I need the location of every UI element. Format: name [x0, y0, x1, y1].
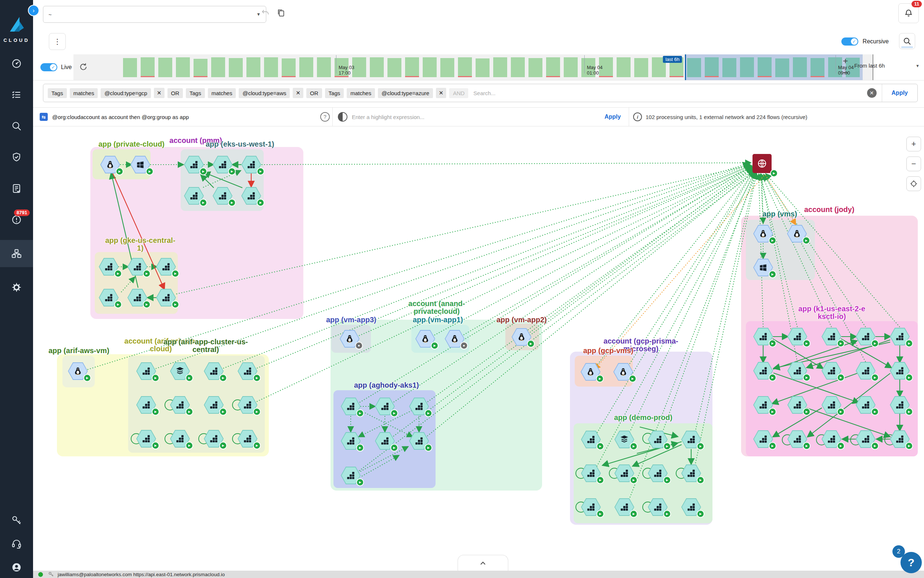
running-badge: ▶	[424, 444, 432, 451]
more-options-button[interactable]: ⋮	[49, 33, 66, 50]
group-label: app (aghody-aks1)	[354, 382, 435, 389]
canvas-search-button[interactable]	[899, 33, 915, 49]
running-badge: ▶	[219, 442, 227, 450]
query-apply-button[interactable]: Apply	[605, 114, 621, 120]
histogram-bar[interactable]	[476, 58, 490, 77]
context-selector[interactable]: ~ ▼	[43, 6, 266, 23]
canvas-toolbar: ⋮ ✓ Recursive	[33, 29, 924, 55]
sidebar-item-gear[interactable]	[0, 276, 33, 299]
histogram-bar[interactable]	[299, 57, 313, 77]
histogram-bar[interactable]	[211, 57, 225, 77]
histogram-bar[interactable]	[546, 57, 560, 77]
sidebar-item-shield-check[interactable]	[0, 146, 33, 168]
histogram-bar[interactable]	[229, 58, 243, 77]
recursive-toggle[interactable]: ✓	[841, 37, 858, 45]
highlight-toggle-icon[interactable]	[338, 112, 348, 122]
help-button[interactable]: ?	[900, 552, 922, 573]
group-label: app (vm-app2)	[497, 316, 548, 324]
sidebar: CLOUD 8791	[0, 0, 33, 578]
histogram-bar[interactable]	[811, 58, 824, 77]
histogram-bar[interactable]	[123, 58, 137, 77]
bottom-panel-expand-button[interactable]	[458, 555, 508, 571]
histogram-bar[interactable]	[529, 58, 542, 77]
filter-apply-button[interactable]: Apply	[882, 84, 918, 102]
histogram-bar[interactable]	[634, 58, 648, 77]
bell-icon	[904, 8, 913, 18]
histogram-bar[interactable]	[440, 58, 454, 77]
histogram-bar[interactable]	[194, 59, 207, 77]
sidebar-bottom-nav	[0, 512, 33, 576]
copy-icon[interactable]	[276, 8, 286, 19]
running-badge: ▶	[630, 476, 638, 484]
histogram-bar[interactable]	[264, 57, 278, 77]
group-label: app (demo-prod)	[614, 414, 676, 422]
live-toggle[interactable]: ✓	[40, 63, 57, 71]
running-badge: ▶	[629, 375, 636, 383]
histogram-bar[interactable]	[687, 58, 701, 77]
remove-filter-button[interactable]: ✕	[154, 88, 165, 98]
clear-filters-button[interactable]: ✕	[867, 88, 877, 98]
histogram-bar[interactable]	[370, 57, 384, 77]
sidebar-item-user[interactable]	[0, 559, 33, 576]
group-label: app (arif-app-cluster-us-central)	[158, 338, 253, 354]
sidebar-item-headset[interactable]	[0, 535, 33, 552]
query-expression[interactable]: @org:cloudaccount as account then @org:g…	[52, 114, 189, 120]
running-badge: ▶	[769, 374, 776, 382]
timeline-histogram[interactable]: last 6hMay 0317:00May 0401:00May 0409:00	[73, 54, 872, 80]
histogram-bar[interactable]	[775, 58, 789, 77]
time-range-selector[interactable]: From last 6h ▼	[854, 62, 919, 69]
sidebar-expand-button[interactable]: ›	[28, 5, 39, 16]
highlight-expression-input[interactable]: Enter a highlight expression...	[352, 114, 424, 120]
histogram-bar[interactable]	[158, 58, 172, 77]
sidebar-item-search[interactable]	[0, 115, 33, 137]
sidebar-item-checklist[interactable]	[0, 84, 33, 106]
connection-status-dot	[38, 572, 43, 577]
histogram-bar[interactable]	[617, 57, 631, 77]
running-badge: ▶	[219, 374, 227, 382]
timeline-tick-label: May 0401:00	[587, 65, 603, 76]
sidebar-item-network[interactable]	[0, 240, 33, 267]
histogram-bar[interactable]	[458, 57, 472, 77]
histogram-bar[interactable]	[387, 58, 401, 77]
histogram-bar[interactable]	[141, 57, 155, 77]
external-network-node[interactable]	[752, 154, 772, 173]
undo-icon[interactable]	[261, 8, 270, 19]
filter-chip: OR	[306, 88, 322, 98]
histogram-bar[interactable]	[757, 57, 772, 77]
canvas-zoom-out-button[interactable]: −	[906, 156, 921, 171]
prisma-cloud-app: CLOUD 8791 › ~ ▼ 11 ⋮ ✓ Recursive	[0, 0, 924, 578]
remove-filter-button[interactable]: ✕	[293, 88, 303, 98]
histogram-bar[interactable]	[511, 57, 525, 77]
sidebar-item-dashboard[interactable]	[0, 52, 33, 75]
histogram-bar[interactable]	[282, 58, 296, 77]
graph-stats-text: 102 processing units, 1 external network…	[646, 114, 807, 120]
histogram-bar[interactable]	[176, 57, 190, 77]
histogram-bar[interactable]	[722, 58, 736, 77]
search-icon	[903, 37, 911, 45]
topology-canvas[interactable]: + − account (pmm)account (anand-privatec…	[33, 126, 924, 571]
sidebar-item-key[interactable]	[0, 512, 33, 529]
histogram-bar[interactable]	[740, 57, 754, 77]
canvas-zoom-in-button[interactable]: +	[906, 137, 921, 151]
histogram-bar[interactable]	[564, 57, 578, 77]
sidebar-item-alert[interactable]: 8791	[0, 209, 33, 231]
histogram-bar[interactable]	[793, 57, 807, 77]
histogram-bar[interactable]	[246, 57, 261, 77]
running-badge: ▶	[596, 510, 604, 518]
running-badge: ▶	[803, 408, 811, 416]
histogram-bar[interactable]	[705, 57, 719, 77]
help-icon[interactable]: ?	[320, 112, 330, 122]
refresh-icon[interactable]	[79, 62, 88, 73]
histogram-bar[interactable]	[317, 57, 331, 77]
remove-filter-button[interactable]: ✕	[436, 88, 447, 98]
headset-icon	[11, 538, 22, 549]
checklist-icon	[11, 89, 22, 100]
histogram-bar[interactable]	[405, 57, 419, 77]
histogram-bar[interactable]	[352, 57, 366, 77]
histogram-bar[interactable]	[423, 57, 437, 77]
sidebar-item-report-check[interactable]	[0, 177, 33, 200]
canvas-center-button[interactable]	[906, 176, 921, 191]
histogram-bar[interactable]	[493, 57, 507, 77]
live-label: Live	[61, 64, 71, 71]
filter-search-input[interactable]: Search...	[473, 90, 867, 96]
